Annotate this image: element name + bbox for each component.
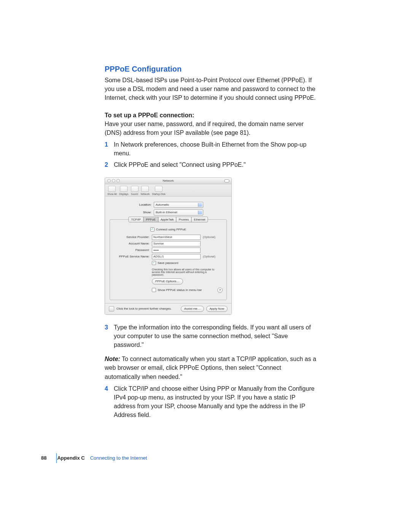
connect-pppoe-checkbox[interactable]: ✓: [150, 227, 155, 232]
note-paragraph: Note: To connect automatically when you …: [105, 355, 318, 381]
prefs-toolbar: Show All Displays Sound Network Startup …: [105, 184, 231, 197]
startup-disk-icon: [155, 186, 162, 192]
steps-list-b: 3Type the information into the correspon…: [105, 323, 318, 350]
network-prefs-window: Network Show All Displays Sound Network …: [105, 177, 232, 315]
tab-pppoe[interactable]: PPPoE: [143, 217, 158, 222]
service-provider-field[interactable]: NorthernWest: [152, 235, 201, 240]
show-status-label: Show PPPoE status in menu bar: [158, 288, 202, 292]
save-password-hint: Checking this box allows all users of th…: [152, 268, 217, 276]
account-name-field[interactable]: Sunrise: [152, 241, 201, 246]
window-titlebar[interactable]: Network: [105, 178, 231, 184]
account-name-label: Account Name:: [114, 242, 152, 245]
step-text: In Network preferences, choose Built-in …: [114, 140, 318, 158]
page-content: PPPoE Configuration Some DSL-based ISPs …: [105, 65, 318, 422]
note-label: Note:: [105, 356, 120, 362]
tab-appletalk[interactable]: AppleTalk: [158, 217, 177, 222]
tab-panel: TCP/IP PPPoE AppleTalk Proxies Ethernet …: [110, 219, 227, 300]
password-label: Password:: [114, 248, 152, 252]
grid-icon: [108, 186, 116, 192]
toolbar-network[interactable]: Network: [141, 186, 150, 195]
pppoe-service-name-field[interactable]: ADSL/1: [152, 254, 201, 259]
step-number: 4: [105, 384, 110, 420]
optional-label: (Optional): [203, 255, 215, 258]
appendix-label: Appendix C: [57, 455, 84, 461]
steps-list-b2: 4Click TCP/IP and choose either Using PP…: [105, 384, 318, 420]
save-password-checkbox[interactable]: ✓: [152, 261, 156, 265]
step-number: 3: [105, 323, 110, 350]
password-field[interactable]: •••••: [152, 248, 201, 253]
window-content: Location: Automatic Show: Built-in Ether…: [105, 197, 231, 303]
step-text: Type the information into the correspond…: [114, 323, 318, 350]
lock-text: Click the lock to prevent further change…: [116, 307, 172, 310]
save-password-label: Save password: [158, 261, 178, 265]
assist-me-button[interactable]: Assist me…: [181, 306, 204, 312]
toolbar-startup-disk[interactable]: Startup Disk: [152, 186, 165, 195]
show-select[interactable]: Built-in Ethernet: [154, 209, 203, 216]
appendix-title: Connecting to the Internet: [90, 455, 147, 461]
lock-icon[interactable]: [109, 306, 114, 312]
tab-tcpip[interactable]: TCP/IP: [128, 217, 143, 222]
tab-ethernet[interactable]: Ethernet: [191, 217, 208, 222]
window-title: Network: [105, 179, 231, 182]
display-icon: [120, 186, 127, 192]
location-select[interactable]: Automatic: [154, 202, 203, 208]
show-label: Show:: [110, 211, 154, 214]
preamble: Have your user name, password, and if re…: [105, 120, 318, 137]
optional-label: (Optional): [203, 235, 215, 239]
toolbar-toggle-icon[interactable]: [224, 179, 229, 182]
apply-now-button[interactable]: Apply Now: [206, 306, 228, 312]
toolbar-displays[interactable]: Displays: [119, 186, 129, 195]
show-status-checkbox[interactable]: [152, 288, 156, 292]
service-provider-label: Service Provider:: [114, 235, 152, 239]
tab-strip: TCP/IP PPPoE AppleTalk Proxies Ethernet: [128, 217, 208, 222]
toolbar-show-all[interactable]: Show All: [107, 186, 117, 195]
toolbar-sound[interactable]: Sound: [131, 186, 139, 195]
connect-pppoe-label: Connect using PPPoE: [156, 228, 186, 231]
intro-paragraph: Some DSL-based ISPs use Point-to-Point P…: [105, 76, 318, 102]
pppoe-options-button[interactable]: PPPoE Options…: [152, 278, 183, 284]
network-icon: [141, 186, 149, 192]
sound-icon: [131, 186, 139, 192]
step-text: Click PPPoE and select "Connect using PP…: [114, 160, 246, 169]
subhead: To set up a PPPoE connection:: [105, 111, 318, 120]
steps-list-a: 1In Network preferences, choose Built-in…: [105, 140, 318, 169]
tab-proxies[interactable]: Proxies: [176, 217, 192, 222]
page-footer: 88 Appendix C Connecting to the Internet: [41, 455, 147, 461]
help-button[interactable]: ?: [217, 288, 223, 293]
step-number: 2: [105, 160, 110, 169]
window-footer: Click the lock to prevent further change…: [105, 303, 231, 314]
page-number: 88: [41, 455, 46, 461]
location-label: Location:: [110, 203, 154, 206]
step-text: Click TCP/IP and choose either Using PPP…: [114, 384, 318, 420]
pppoe-service-name-label: PPPoE Service Name:: [114, 255, 152, 258]
step-number: 1: [105, 140, 110, 158]
note-text: To connect automatically when you start …: [105, 356, 316, 380]
section-heading: PPPoE Configuration: [105, 65, 318, 73]
